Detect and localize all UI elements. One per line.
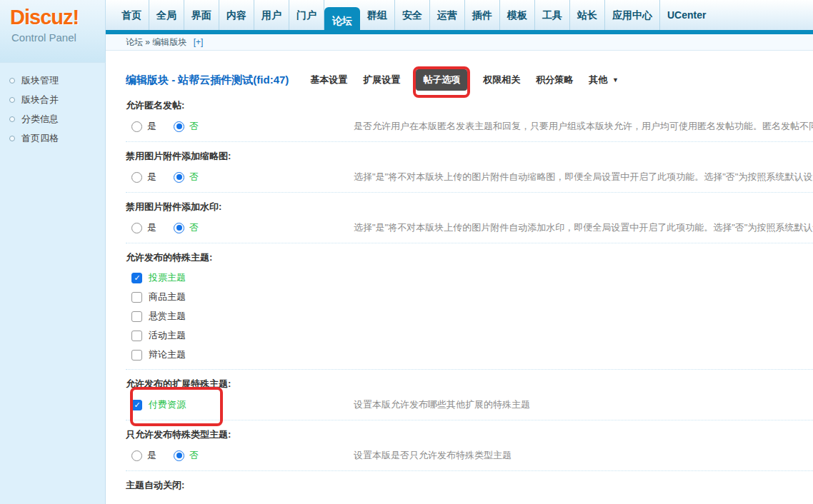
- check-item-activity-topic: 活动主题: [126, 330, 813, 341]
- checkbox-label[interactable]: 辩论主题: [149, 348, 186, 361]
- radio-group-watermark: 是 否: [126, 221, 354, 234]
- radio-no[interactable]: [174, 121, 184, 132]
- nav-item-ucenter[interactable]: UCenter: [660, 0, 713, 30]
- row-auto-close: 主题自动关闭:: [126, 479, 813, 504]
- checkbox-paid-resource[interactable]: [131, 400, 142, 410]
- check-item-reward-topic: 悬赏主题: [126, 311, 813, 322]
- field-description: 设置本版是否只允许发布特殊类型主题: [354, 449, 512, 462]
- check-item-paid-resource: 付费资源: [131, 399, 186, 410]
- checkbox-label[interactable]: 商品主题: [149, 291, 186, 303]
- breadcrumb-path: 论坛 » 编辑版块: [126, 37, 186, 47]
- nav-item-app-center[interactable]: 应用中心: [605, 0, 660, 30]
- checkbox-label[interactable]: 活动主题: [149, 329, 186, 342]
- field-label: 允许发布的扩展特殊主题:: [126, 378, 813, 390]
- check-item-goods-topic: 商品主题: [126, 291, 813, 303]
- tab-other[interactable]: 其他 ▼: [589, 69, 619, 91]
- field-label: 允许匿名发帖:: [126, 99, 813, 112]
- nav-item-tools[interactable]: 工具: [535, 0, 570, 30]
- tab-permissions[interactable]: 权限相关: [483, 69, 520, 91]
- nav-item-webmaster[interactable]: 站长: [570, 0, 605, 30]
- top-nav: 首页 全局 界面 内容 用户 门户 论坛 群组 安全 运营 插件 模板 工具 站…: [114, 0, 713, 30]
- check-group-ext-special: 付费资源: [126, 399, 354, 410]
- row-ext-special-topics: 允许发布的扩展特殊主题: 付费资源 设置本版允许发布哪些其他扩展的特殊主题: [126, 378, 813, 420]
- breadcrumb-expand-link[interactable]: [+]: [194, 37, 204, 47]
- radio-yes[interactable]: [131, 121, 142, 132]
- radio-no-label[interactable]: 否: [189, 171, 199, 183]
- radio-no[interactable]: [174, 223, 184, 233]
- sidebar-item-label: 版块合并: [21, 94, 59, 106]
- checkbox-label[interactable]: 付费资源: [149, 398, 186, 411]
- nav-item-plugin[interactable]: 插件: [465, 0, 500, 30]
- checkbox-debate-topic[interactable]: [131, 350, 142, 361]
- radio-yes[interactable]: [131, 172, 142, 183]
- checkbox-reward-topic[interactable]: [131, 311, 142, 322]
- row-allow-anonymous-post: 允许匿名发帖: 是 否 是否允许用户在本版匿名发表主题和回复，只要用户组或本版块…: [126, 99, 813, 142]
- sidebar-item-label: 版块管理: [21, 74, 59, 87]
- sidebar-item-forum-manage[interactable]: 版块管理: [0, 71, 105, 90]
- main-content: 编辑版块 - 站帮云插件测试(fid:47) 基本设置 扩展设置 帖子选项 权限…: [106, 51, 813, 504]
- bullet-icon: [9, 116, 15, 122]
- logo-subtitle: Control Panel: [10, 31, 105, 44]
- radio-yes[interactable]: [131, 223, 142, 233]
- radio-group-only-special: 是 否: [126, 449, 354, 462]
- field-description: 设置本版允许发布哪些其他扩展的特殊主题: [354, 398, 530, 411]
- checkbox-activity-topic[interactable]: [131, 331, 142, 341]
- nav-item-global[interactable]: 全局: [149, 0, 184, 30]
- radio-yes-label[interactable]: 是: [147, 120, 156, 133]
- radio-no[interactable]: [174, 172, 184, 183]
- bullet-icon: [9, 78, 15, 84]
- checkbox-poll-topic[interactable]: [131, 273, 142, 283]
- field-label: 只允许发布特殊类型主题:: [126, 428, 813, 441]
- field-description: 选择"是"将不对本版块上传的图片附件自动缩略图，即便全局设置中开启了此项功能。选…: [354, 171, 813, 183]
- tab-basic-settings[interactable]: 基本设置: [310, 69, 347, 91]
- tab-credit-policy[interactable]: 积分策略: [536, 69, 573, 91]
- radio-yes-label[interactable]: 是: [147, 171, 156, 183]
- radio-group-thumbnail: 是 否: [126, 171, 354, 183]
- radio-yes[interactable]: [131, 450, 142, 461]
- sidebar-item-label: 分类信息: [21, 113, 59, 126]
- radio-no-label[interactable]: 否: [189, 221, 199, 234]
- logo: Discuz! Control Panel: [0, 0, 106, 63]
- field-label: 主题自动关闭:: [126, 479, 813, 492]
- checkbox-label[interactable]: 悬赏主题: [149, 310, 186, 323]
- nav-item-operation[interactable]: 运营: [430, 0, 465, 30]
- check-item-debate-topic: 辩论主题: [126, 349, 813, 361]
- field-description: 选择"是"将不对本版块上传的图片附件自动添加水印，即便全局设置中开启了此项功能。…: [354, 221, 813, 234]
- nav-item-forum[interactable]: 论坛: [324, 7, 360, 34]
- checkbox-goods-topic[interactable]: [131, 292, 142, 303]
- nav-item-security[interactable]: 安全: [395, 0, 430, 30]
- tab-extended-settings[interactable]: 扩展设置: [363, 69, 400, 91]
- sidebar-item-label: 首页四格: [21, 132, 59, 145]
- nav-item-home[interactable]: 首页: [114, 0, 149, 30]
- nav-item-group[interactable]: 群组: [360, 0, 395, 30]
- sidebar: 版块管理 版块合并 分类信息 首页四格: [0, 63, 106, 504]
- radio-no[interactable]: [174, 450, 184, 461]
- breadcrumb: 论坛 » 编辑版块 [+]: [106, 34, 813, 51]
- field-label: 禁用图片附件添加水印:: [126, 201, 813, 213]
- nav-item-template[interactable]: 模板: [500, 0, 535, 30]
- nav-item-portal[interactable]: 门户: [289, 0, 324, 30]
- tab-post-options[interactable]: 帖子选项: [416, 69, 467, 91]
- radio-group-anonymous: 是 否: [126, 120, 354, 133]
- row-only-special-topics: 只允许发布特殊类型主题: 是 否 设置本版是否只允许发布特殊类型主题: [126, 428, 813, 471]
- radio-yes-label[interactable]: 是: [147, 449, 156, 462]
- radio-yes-label[interactable]: 是: [147, 221, 156, 234]
- sidebar-item-forum-merge[interactable]: 版块合并: [0, 90, 105, 109]
- tab-other-label: 其他: [589, 74, 607, 85]
- nav-item-interface[interactable]: 界面: [184, 0, 219, 30]
- checkbox-label[interactable]: 投票主题: [149, 271, 186, 284]
- row-disable-watermark: 禁用图片附件添加水印: 是 否 选择"是"将不对本版块上传的图片附件自动添加水印…: [126, 201, 813, 243]
- row-disable-thumbnail: 禁用图片附件添加缩略图: 是 否 选择"是"将不对本版块上传的图片附件自动缩略图…: [126, 150, 813, 193]
- logo-title: Discuz!: [10, 6, 105, 29]
- check-item-poll-topic: 投票主题: [126, 272, 813, 283]
- sidebar-item-home-four-grid[interactable]: 首页四格: [0, 128, 105, 148]
- bullet-icon: [9, 97, 15, 103]
- nav-item-user[interactable]: 用户: [254, 0, 289, 30]
- field-label: 允许发布的特殊主题:: [126, 251, 813, 264]
- title-row: 编辑版块 - 站帮云插件测试(fid:47) 基本设置 扩展设置 帖子选项 权限…: [126, 69, 813, 91]
- radio-no-label[interactable]: 否: [189, 120, 199, 133]
- radio-no-label[interactable]: 否: [189, 449, 199, 462]
- sidebar-item-category-info[interactable]: 分类信息: [0, 109, 105, 128]
- nav-item-content[interactable]: 内容: [219, 0, 254, 30]
- row-special-topics: 允许发布的特殊主题: 投票主题 商品主题 悬赏主题 活动主题 辩论主题: [126, 251, 813, 370]
